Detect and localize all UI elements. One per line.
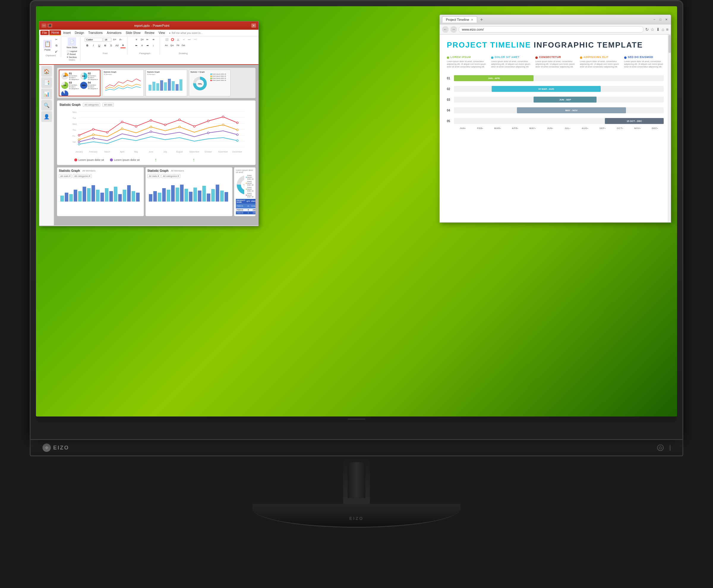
shadow-button[interactable]: S (108, 43, 114, 48)
sidebar-search-icon[interactable]: 🔍 (41, 100, 52, 110)
bar2-filter-2[interactable]: All categories ▾ (161, 174, 180, 178)
slides-label: Slides (69, 59, 75, 61)
menu-insert[interactable]: Insert (62, 30, 72, 35)
powerpoint-window[interactable]: — ⬛ report.pptx - PowerPoint ✕ File Home… (39, 21, 259, 226)
shape-arrow[interactable]: → (181, 37, 186, 42)
font-color-button[interactable]: A (120, 43, 126, 48)
tab-title: Project Timeline (446, 18, 469, 21)
ppt-close-controls[interactable]: ✕ (251, 23, 256, 28)
slide-thumb-4[interactable]: Statistic = Graph 75% (189, 69, 231, 96)
month-oct: OCT• (611, 127, 629, 130)
slide-thumb-1[interactable]: 25% 01 All members All stats ▾ All categ… (59, 69, 101, 96)
browser-scrollbar[interactable] (668, 35, 671, 222)
back-button[interactable]: ← (442, 26, 449, 33)
bezel-controls[interactable]: ⏻ (657, 444, 671, 451)
menu-review[interactable]: Review (143, 30, 156, 35)
new-slide-button[interactable]: 📄 New Slide (65, 37, 79, 49)
align-center-button[interactable]: ≡ (139, 43, 145, 48)
home-icon[interactable]: ⌂ (662, 27, 664, 32)
font-increase-btn[interactable]: A+ (112, 37, 117, 42)
sidebar-person-icon[interactable]: 👤 (41, 111, 52, 122)
bullet-list-button[interactable]: ≡ (134, 37, 139, 42)
new-tab-button[interactable]: + (479, 17, 484, 22)
indent-less-button[interactable]: ⇤ (145, 37, 150, 42)
bar-filter-1[interactable]: All stats ▾ (59, 174, 72, 178)
slide-thumb-3[interactable]: Statistic Graph All Members (146, 69, 187, 96)
browser-minimize[interactable]: − (652, 18, 656, 22)
svg-text:November: November (218, 151, 228, 153)
section-option[interactable]: ≡ Section (67, 56, 77, 59)
reset-option[interactable]: ↺ Reset (67, 53, 77, 56)
all-categories-filter[interactable]: All categories (83, 103, 100, 107)
sidebar-chart-icon[interactable]: 📊 (41, 89, 52, 99)
menu-animations[interactable]: Animations (105, 30, 123, 35)
font-decrease-btn[interactable]: A- (118, 37, 123, 42)
italic-button[interactable]: I (91, 43, 96, 48)
format-painter-button[interactable]: 🖌 (54, 49, 59, 54)
layout-option[interactable]: ⬚ Layout (67, 50, 77, 52)
menu-home[interactable]: Home (49, 30, 61, 35)
arrange-button[interactable]: Arr. (164, 43, 169, 48)
shape-line[interactable]: — (187, 37, 192, 42)
close-button[interactable]: ✕ (251, 23, 256, 28)
svg-marker-102 (45, 446, 48, 449)
sidebar-slides-icon[interactable]: 📑 (41, 77, 52, 88)
font-size-field[interactable]: 18 (103, 38, 111, 42)
copy-button[interactable]: ⧉ (54, 43, 59, 48)
refresh-icon[interactable]: ↻ (645, 27, 649, 32)
svg-text:February: February (89, 151, 98, 153)
all-stats-filter[interactable]: All stats (103, 103, 114, 107)
bar-filter-2[interactable]: All categories ▾ (73, 174, 92, 178)
tell-me-box[interactable]: ♦ Tell me what you want to... (167, 31, 204, 35)
slide-thumb-2[interactable]: Statistic Graph All Members (102, 69, 144, 96)
menu-view[interactable]: View (157, 30, 167, 35)
menu-design[interactable]: Design (73, 30, 86, 35)
browser-window[interactable]: Project Timeline ✕ + − □ ✕ ← → www.eiz (439, 15, 671, 223)
browser-close[interactable]: ✕ (664, 18, 668, 22)
font-name-field[interactable]: Calibri (85, 38, 103, 42)
shape-more[interactable]: ⋯ (192, 37, 198, 42)
shape-fill-button[interactable]: Fill (175, 43, 181, 48)
indent-more-button[interactable]: ⇥ (151, 37, 156, 42)
underline-button[interactable]: U (96, 43, 102, 48)
menu-slideshow[interactable]: Slide Show (124, 30, 142, 35)
download-icon[interactable]: ⬇ (656, 27, 660, 32)
shape-outline-button[interactable]: Out. (181, 43, 186, 48)
shape-rect[interactable]: ⬜ (164, 37, 169, 42)
menu-transitions[interactable]: Transitions (86, 30, 105, 35)
shape-triangle[interactable]: △ (175, 37, 181, 42)
gantt-track-4: MAY - NOV (454, 107, 664, 113)
browser-win-controls[interactable]: − □ ✕ (652, 18, 668, 22)
bar2-filter-1[interactable]: All stats ▾ (147, 174, 160, 178)
bold-button[interactable]: B (85, 43, 90, 48)
shape-circle[interactable]: ⭕ (170, 37, 175, 42)
bookmark-icon[interactable]: ☆ (651, 27, 654, 32)
bar-chart-2: Statistic Graph All Members All stats ▾ … (146, 167, 232, 216)
minimize-button[interactable]: — (42, 23, 46, 28)
numbered-list-button[interactable]: 1≡ (139, 37, 145, 42)
tab-close-button[interactable]: ✕ (471, 18, 473, 21)
sidebar-home-icon[interactable]: 🏠 (41, 66, 52, 77)
line-spacing-button[interactable]: ↕ (151, 43, 156, 48)
browser-maximize[interactable]: □ (658, 18, 663, 22)
power-button[interactable]: ⏻ (657, 444, 664, 451)
bar-chart-1-svg (59, 179, 142, 203)
menu-file[interactable]: File (40, 30, 49, 35)
svg-rect-0 (149, 85, 152, 91)
cut-button[interactable]: ✂ (54, 37, 59, 42)
quick-styles-button[interactable]: Qui. (170, 43, 175, 48)
align-right-button[interactable]: ➡ (145, 43, 150, 48)
scrollbar-thumb[interactable] (668, 35, 671, 53)
ppt-window-controls[interactable]: — ⬛ (42, 23, 52, 28)
menu-icon[interactable]: ≡ (666, 27, 668, 32)
ppt-menu-bar[interactable]: File Home Insert Design Transitions Anim… (39, 30, 258, 36)
strikethrough-button[interactable]: S (103, 43, 108, 48)
col3-dot (535, 57, 538, 59)
paste-button[interactable]: 📋 Paste (42, 39, 53, 52)
char-spacing-button[interactable]: AV (114, 43, 120, 48)
forward-button[interactable]: → (450, 26, 457, 33)
browser-tab-active[interactable]: Project Timeline ✕ (442, 16, 477, 23)
svg-rect-98 (224, 192, 228, 202)
url-bar[interactable]: www.eizo.com/ (459, 26, 644, 33)
align-left-button[interactable]: ⬅ (134, 43, 139, 48)
